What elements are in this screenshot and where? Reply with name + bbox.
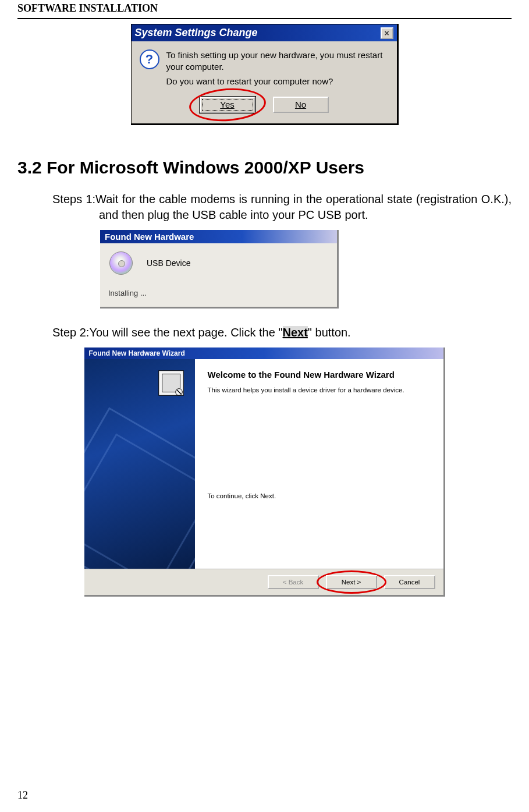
next-button[interactable]: Next > (326, 575, 377, 589)
dialog1-message: To finish setting up your new hardware, … (166, 47, 389, 90)
back-button: < Back (268, 575, 319, 589)
question-icon: ? (140, 49, 159, 69)
wizard-continue-text: To continue, click Next. (208, 492, 431, 499)
dialog2-device: USB Device (147, 258, 190, 268)
wizard-heading: Welcome to the Found New Hardware Wizard (208, 370, 431, 380)
system-settings-dialog: System Settings Change × ? To finish set… (131, 24, 399, 125)
section-heading: 3.2 For Microsoft Windows 2000/XP Users (17, 158, 512, 178)
page-header: SOFTWARE INSTALLATION (17, 0, 512, 15)
dialog3-titlebar: Found New Hardware Wizard (84, 348, 443, 359)
wizard-side-banner (84, 359, 195, 569)
page-number: 12 (17, 789, 28, 802)
dialog2-titlebar: Found New Hardware (100, 230, 337, 243)
found-new-hardware-popup: Found New Hardware USB Device Installing… (100, 230, 339, 309)
header-rule (17, 18, 512, 19)
cd-icon (109, 251, 133, 275)
hardware-icon (154, 366, 188, 400)
cancel-button[interactable]: Cancel (384, 575, 435, 589)
dialog2-status: Installing ... (100, 283, 337, 307)
close-icon[interactable]: × (381, 27, 393, 39)
dialog1-line1: To finish setting up your new hardware, … (166, 49, 389, 73)
dialog1-line2: Do you want to restart your computer now… (166, 76, 389, 87)
yes-button[interactable]: Yes (200, 97, 255, 113)
step2-text: Step 2:You will see the next page. Click… (52, 325, 512, 341)
no-button[interactable]: No (273, 97, 329, 113)
wizard-description: This wizard helps you install a device d… (208, 387, 431, 393)
dialog1-titlebar: System Settings Change × (132, 24, 397, 41)
found-new-hardware-wizard: Found New Hardware Wizard Welcome to the… (84, 348, 445, 597)
step1-text: Steps 1:Wait for the cable modems is run… (52, 192, 512, 223)
dialog1-title-text: System Settings Change (135, 27, 258, 39)
step2-highlight: Next (283, 326, 308, 339)
